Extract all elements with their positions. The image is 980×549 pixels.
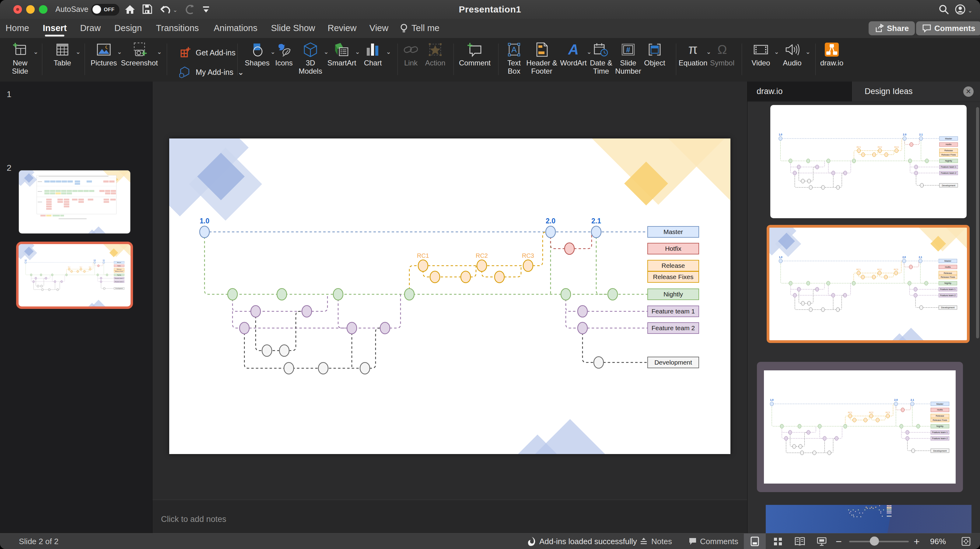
tab-insert[interactable]: Insert (43, 23, 67, 33)
ribbon-button-label: Header & (522, 59, 561, 67)
account-chevron-icon[interactable]: ⌄ (968, 7, 972, 14)
chevron-down-icon[interactable]: ⌄ (75, 48, 81, 56)
ribbon-separator (84, 43, 85, 75)
design-idea-4[interactable] (766, 505, 972, 533)
ribbon-button-drawio[interactable]: draw.io (815, 41, 849, 79)
ribbon-button-header-footer[interactable]: Header &Footer (522, 41, 561, 79)
ribbon-separator (453, 43, 454, 75)
slide-2-thumbnail[interactable] (16, 242, 133, 309)
zoom-slider-track[interactable] (849, 541, 909, 542)
chevron-down-icon[interactable]: ⌄ (805, 48, 810, 56)
ribbon-button-get-add-ins[interactable]: Get Add-ins (178, 45, 235, 60)
slide-canvas[interactable] (169, 138, 730, 454)
ribbon-button-my-add-ins[interactable]: My Add-ins⌄ (178, 64, 244, 80)
svg-text:π: π (689, 42, 698, 57)
zoom-in-button[interactable]: + (914, 533, 920, 549)
addin-status-icon (527, 536, 536, 547)
comments-button[interactable]: Comments (916, 21, 980, 35)
status-bar: Slide 2 of 2 Add-ins loaded successfully… (0, 533, 980, 549)
ribbon-button-pictures[interactable]: ⌄Pictures (87, 41, 121, 79)
share-button[interactable]: Share (869, 21, 915, 35)
ribbon-button-chart[interactable]: ⌄Chart (356, 41, 390, 79)
ribbon-button-comment[interactable]: Comment (458, 41, 492, 79)
pictures-icon (96, 42, 112, 57)
normal-view-button[interactable] (744, 533, 766, 549)
search-icon[interactable] (938, 4, 950, 15)
slide-2-number: 2 (7, 163, 11, 173)
tab-transitions[interactable]: Transitions (156, 23, 199, 33)
equation-icon: π (685, 42, 701, 57)
chevron-down-icon[interactable]: ⌄ (238, 68, 244, 77)
account-icon[interactable] (955, 4, 967, 16)
zoom-out-button[interactable]: − (836, 533, 842, 549)
lightbulb-icon[interactable] (399, 23, 409, 34)
chevron-down-icon[interactable]: ⌄ (157, 48, 162, 56)
tab-design[interactable]: Design (115, 23, 142, 33)
notes-placeholder: Click to add notes (161, 515, 226, 524)
audio-icon (784, 42, 800, 57)
object-icon (647, 42, 663, 57)
ribbon-separator (42, 43, 42, 75)
panel-scrollbar[interactable] (976, 107, 979, 338)
tab-slide-show[interactable]: Slide Show (271, 23, 315, 33)
ribbon-button-label2: Slide (3, 67, 37, 75)
link-icon (403, 42, 419, 57)
tab-review[interactable]: Review (328, 23, 356, 33)
ribbon-button-new-slide[interactable]: ⌄NewSlide (3, 41, 37, 79)
ribbon-button-audio[interactable]: ⌄Audio (775, 41, 809, 79)
reading-view-button[interactable] (789, 533, 811, 549)
ribbon-separator (167, 43, 167, 75)
diagram-gitd (766, 505, 972, 533)
slide-thumbnail-panel: 1 2 (0, 81, 153, 533)
task-pane: draw.io Design Ideas ✕ (747, 81, 980, 533)
design-idea-3[interactable] (757, 362, 963, 492)
tab-view[interactable]: View (369, 23, 388, 33)
comment-icon (467, 42, 483, 57)
design-idea-2-selected[interactable] (767, 225, 970, 343)
ribbon-button-label: draw.io (815, 59, 849, 67)
ribbon-button-screenshot[interactable]: ⌄Screenshot (118, 41, 161, 79)
ribbon-button-label: Action (418, 59, 452, 67)
chevron-down-icon[interactable]: ⌄ (386, 48, 391, 56)
tab-home[interactable]: Home (5, 23, 29, 33)
ribbon-button-label: 3D (293, 59, 328, 67)
powerpoint-window: AutoSave OFF ⌄ Presentation1 ⌄ Home Inse… (0, 0, 980, 549)
ribbon-button-table[interactable]: ⌄Table (45, 41, 80, 79)
diagram-gitd (764, 370, 956, 484)
video-icon (753, 42, 769, 57)
tab-design-ideas[interactable]: Design Ideas (865, 81, 913, 101)
ribbon-button-object[interactable]: Object (638, 41, 672, 79)
notes-icon (639, 537, 648, 546)
ribbon-button-video[interactable]: ⌄Video (744, 41, 778, 79)
notes-area[interactable]: Click to add notes (153, 500, 747, 533)
slide-editor-area: Click to add notes (153, 81, 747, 533)
window-title: Presentation1 (0, 4, 980, 14)
slide-sorter-view-button[interactable] (767, 533, 789, 549)
zoom-slider-knob[interactable] (870, 536, 879, 546)
slideshow-view-button[interactable] (811, 533, 833, 549)
tab-animations[interactable]: Animations (214, 23, 257, 33)
ribbon-button-3d-models[interactable]: ⌄3DModels (293, 41, 328, 79)
svg-text:Ω: Ω (718, 42, 727, 57)
ribbon-button-smartart[interactable]: ⌄SmartArt (325, 41, 359, 79)
ribbon-button-label: Chart (356, 59, 390, 67)
tab-drawio-pane[interactable]: draw.io (748, 81, 853, 101)
3d-models-icon (302, 42, 318, 57)
comments-toggle[interactable]: Comments (689, 533, 738, 549)
fit-slide-button[interactable] (955, 533, 977, 549)
close-icon[interactable]: ✕ (963, 86, 974, 97)
drawio-icon (824, 42, 840, 57)
tab-tell-me[interactable]: Tell me (412, 23, 439, 33)
ribbon-button-label: Pictures (87, 59, 121, 67)
ribbon-button-label: New (3, 59, 37, 67)
slide-1-thumbnail[interactable] (19, 170, 130, 234)
chevron-down-icon[interactable]: ⌄ (33, 48, 38, 56)
notes-toggle[interactable]: Notes (639, 533, 672, 549)
design-idea-1[interactable] (770, 105, 967, 218)
diagram-decor-gitd (769, 228, 967, 340)
zoom-level[interactable]: 96% (930, 533, 946, 549)
my-add-ins-icon (178, 65, 191, 79)
ribbon-button-label: Video (744, 59, 778, 67)
tab-draw[interactable]: Draw (80, 23, 101, 33)
wordart-icon: A (565, 42, 581, 57)
